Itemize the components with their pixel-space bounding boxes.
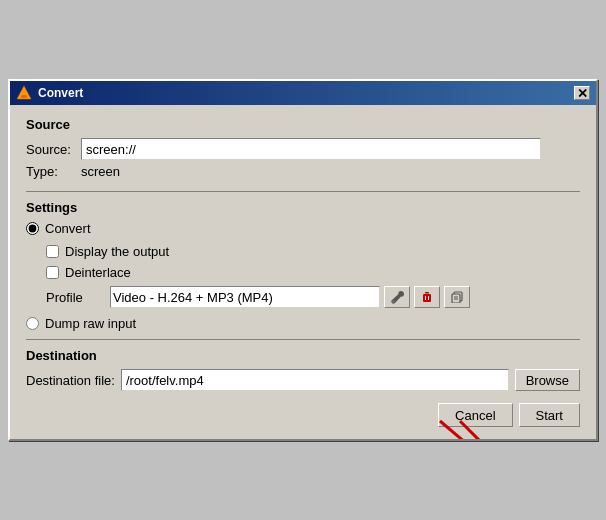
source-section-title: Source (26, 117, 580, 132)
convert-dialog: Convert ✕ Source Source: Type: screen Se… (8, 79, 598, 441)
dump-raw-label: Dump raw input (45, 316, 136, 331)
close-icon: ✕ (577, 86, 588, 101)
delete-profile-button[interactable] (414, 286, 440, 308)
dest-file-input[interactable] (121, 369, 509, 391)
dump-raw-radio[interactable] (26, 317, 39, 330)
convert-radio[interactable] (26, 222, 39, 235)
settings-section: Settings Convert Display the output Dein… (26, 200, 580, 331)
source-field-row: Source: (26, 138, 580, 160)
convert-radio-option[interactable]: Convert (26, 221, 580, 236)
profile-select[interactable]: Video - H.264 + MP3 (MP4) Video - H.265 … (110, 286, 380, 308)
svg-rect-3 (425, 292, 429, 294)
title-bar-left: Convert (16, 85, 83, 101)
browse-button[interactable]: Browse (515, 369, 580, 391)
destination-section-title: Destination (26, 348, 580, 363)
dest-file-label: Destination file: (26, 373, 115, 388)
dialog-content: Source Source: Type: screen Settings Con… (10, 105, 596, 439)
vlc-icon (16, 85, 32, 101)
svg-point-2 (393, 301, 395, 303)
type-field-row: Type: screen (26, 164, 580, 179)
copy-icon (451, 291, 463, 303)
title-bar: Convert ✕ (10, 81, 596, 105)
destination-section: Destination Destination file: Browse (26, 348, 580, 391)
wrench-icon (390, 290, 404, 304)
divider-2 (26, 339, 580, 340)
dump-raw-option[interactable]: Dump raw input (26, 316, 580, 331)
profile-label: Profile (46, 290, 106, 305)
type-value: screen (81, 164, 120, 179)
svg-rect-1 (21, 95, 27, 98)
deinterlace-option[interactable]: Deinterlace (46, 265, 580, 280)
delete-icon (421, 291, 433, 303)
button-row: Cancel Start (26, 403, 580, 427)
type-label: Type: (26, 164, 81, 179)
edit-profile-button[interactable] (384, 286, 410, 308)
profile-row: Profile Video - H.264 + MP3 (MP4) Video … (46, 286, 580, 308)
svg-rect-4 (423, 294, 431, 302)
cancel-button[interactable]: Cancel (438, 403, 512, 427)
display-output-checkbox[interactable] (46, 245, 59, 258)
profile-select-wrapper: Video - H.264 + MP3 (MP4) Video - H.265 … (110, 286, 380, 308)
convert-radio-label: Convert (45, 221, 91, 236)
window-title: Convert (38, 86, 83, 100)
settings-section-title: Settings (26, 200, 580, 215)
start-button[interactable]: Start (519, 403, 580, 427)
destination-file-row: Destination file: Browse (26, 369, 580, 391)
source-section: Source Source: Type: screen (26, 117, 580, 179)
source-input[interactable] (81, 138, 541, 160)
close-button[interactable]: ✕ (574, 86, 590, 100)
divider-1 (26, 191, 580, 192)
deinterlace-label: Deinterlace (65, 265, 131, 280)
copy-profile-button[interactable] (444, 286, 470, 308)
deinterlace-checkbox[interactable] (46, 266, 59, 279)
display-output-option[interactable]: Display the output (46, 244, 580, 259)
display-output-label: Display the output (65, 244, 169, 259)
source-label: Source: (26, 142, 81, 157)
